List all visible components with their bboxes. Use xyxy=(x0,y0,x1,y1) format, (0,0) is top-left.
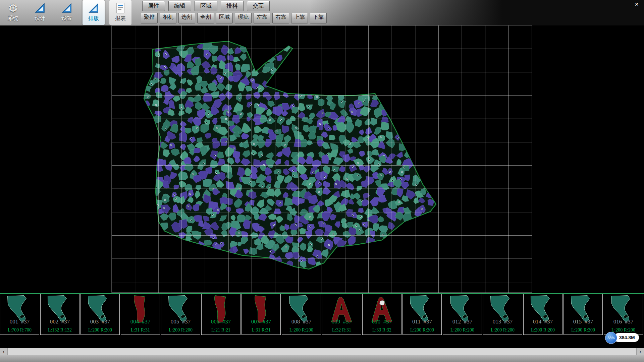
close-button[interactable]: ✕ xyxy=(632,1,641,8)
piece-lr-count: L:200 R:200 xyxy=(161,327,200,333)
app-tab-layout[interactable]: 排版 xyxy=(83,0,105,25)
tool-button-cluster-nest[interactable]: 聚排 xyxy=(141,13,158,23)
piece-label: 006_#37 xyxy=(202,318,240,325)
nesting-canvas[interactable] xyxy=(0,25,644,293)
app-tab-label: 报表 xyxy=(115,15,126,22)
menu-tab-bar: 属性编辑区域排料交互 xyxy=(142,1,273,11)
piece-thumbnail[interactable]: 015_#37L:200 R:200 xyxy=(564,294,603,335)
menu-tab-region[interactable]: 区域 xyxy=(195,1,217,11)
piece-lr-count: L:200 R:200 xyxy=(524,327,562,333)
progress-badge: 384.8M 38% xyxy=(605,332,639,344)
piece-lr-count: L:200 R:200 xyxy=(483,327,522,333)
app-tab-design[interactable]: 设计 xyxy=(29,0,51,25)
piece-lr-count: L:200 R:200 xyxy=(564,327,602,333)
scroll-right-arrow[interactable]: › xyxy=(636,348,644,355)
piece-label: 012_#37 xyxy=(443,318,482,325)
menu-tab-edit[interactable]: 编辑 xyxy=(168,1,191,11)
tool-button-full-cut[interactable]: 全割 xyxy=(197,13,214,23)
piece-thumbnail-strip: 001_#37L:700 R:700002_#37L:132 R:132003_… xyxy=(0,293,644,336)
piece-thumbnail[interactable]: 014_#37L:200 R:200 xyxy=(523,294,562,335)
horizontal-scrollbar[interactable]: ‹ › xyxy=(0,348,644,355)
piece-thumbnail[interactable]: 013_#37L:200 R:200 xyxy=(483,294,522,335)
menu-tab-nesting[interactable]: 排料 xyxy=(221,1,244,11)
app-tab-settings[interactable]: 设置 xyxy=(56,0,78,25)
tool-button-align-left[interactable]: 左靠 xyxy=(254,13,270,23)
tool-button-select-cut[interactable]: 选割 xyxy=(178,13,195,23)
piece-label: 014_#37 xyxy=(524,318,562,325)
bottom-status-bar xyxy=(0,355,644,362)
tool-button-align-bottom[interactable]: 下靠 xyxy=(310,13,327,23)
piece-thumbnail[interactable]: 004_#37L:31 R:31 xyxy=(121,294,160,335)
scroll-left-arrow[interactable]: ‹ xyxy=(0,348,8,355)
piece-lr-count: L:31 R:31 xyxy=(242,327,280,333)
tool-button-camera[interactable]: 相机 xyxy=(160,13,176,23)
nesting-canvas-svg xyxy=(0,25,644,293)
piece-label: 008_#37 xyxy=(282,318,321,325)
set-square-icon xyxy=(88,1,99,15)
toolbar: ⚙系统设计设置排版报表 属性编辑区域排料交互 聚排相机选割全割区域瑕疵左靠右靠上… xyxy=(0,0,644,25)
set-square-icon xyxy=(34,1,46,15)
app-tab-label: 设计 xyxy=(35,15,45,22)
tool-button-align-right[interactable]: 右靠 xyxy=(272,13,289,23)
piece-thumbnail[interactable]: 003_#37L:200 R:200 xyxy=(80,294,120,335)
piece-label: 002_#37 xyxy=(41,318,79,325)
piece-thumbnail[interactable]: 012_#37L:200 R:200 xyxy=(443,294,482,335)
piece-label: 001_#37 xyxy=(0,318,39,325)
menu-tab-interaction[interactable]: 交互 xyxy=(247,1,270,11)
piece-lr-count: L:33 R:32 xyxy=(363,327,401,333)
piece-label: 003_#37 xyxy=(81,318,119,325)
piece-label: 015_#37 xyxy=(564,318,602,325)
piece-lr-count: L:200 R:200 xyxy=(403,327,441,333)
piece-lr-count: L:200 R:200 xyxy=(443,327,482,333)
piece-lr-count: L:31 R:31 xyxy=(121,327,160,333)
piece-thumbnail[interactable]: 006_#37L:21 R:21 xyxy=(201,294,240,335)
menu-tab-property[interactable]: 属性 xyxy=(142,1,165,11)
app-tab-label: 设置 xyxy=(61,15,72,22)
set-square-icon xyxy=(61,1,72,15)
piece-label: 007_#37 xyxy=(242,318,280,325)
progress-percent-badge: 38% xyxy=(605,332,617,344)
piece-lr-count: L:132 R:132 xyxy=(41,327,79,333)
minimize-button[interactable]: — xyxy=(623,1,632,8)
piece-label: 005_#37 xyxy=(161,318,200,325)
piece-thumbnail[interactable]: 009_#37L:32 R:31 xyxy=(322,294,361,335)
piece-lr-count: L:21 R:21 xyxy=(202,327,240,333)
app-tab-label: 排版 xyxy=(88,15,99,22)
piece-lr-count: L:200 R:200 xyxy=(81,327,119,333)
piece-thumbnail[interactable]: 001_#37L:700 R:700 xyxy=(0,294,39,335)
piece-label: 011_#37 xyxy=(403,318,441,325)
piece-label: 009_#37 xyxy=(322,318,361,325)
nesting-app-window: ⚙系统设计设置排版报表 属性编辑区域排料交互 聚排相机选割全割区域瑕疵左靠右靠上… xyxy=(0,0,644,362)
piece-thumbnail[interactable]: 008_#37L:200 R:200 xyxy=(282,294,321,335)
app-tab-report[interactable]: 报表 xyxy=(109,0,131,25)
piece-lr-count: L:700 R:700 xyxy=(0,327,39,333)
app-tab-bar: ⚙系统设计设置排版报表 xyxy=(2,0,136,25)
piece-lr-count: L:32 R:31 xyxy=(322,327,361,333)
scrollbar-thumb[interactable] xyxy=(7,348,637,355)
report-icon xyxy=(115,1,125,15)
piece-thumbnail[interactable]: 010_#37L:33 R:32 xyxy=(362,294,401,335)
piece-label: 013_#37 xyxy=(483,318,522,325)
piece-thumbnail[interactable]: 002_#37L:132 R:132 xyxy=(40,294,79,335)
memory-usage-label: 384.8M xyxy=(614,333,639,342)
tool-button-bar: 聚排相机选割全割区域瑕疵左靠右靠上靠下靠 xyxy=(141,13,329,23)
gear-icon: ⚙ xyxy=(8,1,18,15)
tool-button-region[interactable]: 区域 xyxy=(216,13,233,23)
app-tab-label: 系统 xyxy=(8,15,18,22)
tool-button-align-top[interactable]: 上靠 xyxy=(291,13,308,23)
piece-thumbnail[interactable]: 005_#37L:200 R:200 xyxy=(161,294,200,335)
piece-thumbnail[interactable]: 007_#37L:31 R:31 xyxy=(241,294,281,335)
status-row xyxy=(0,336,644,348)
window-controls: — ✕ xyxy=(623,1,641,8)
piece-label: 016_#37 xyxy=(604,318,643,325)
piece-thumbnail[interactable]: 016_#37L:200 R:200 xyxy=(604,294,643,335)
piece-label: 004_#37 xyxy=(121,318,160,325)
tool-button-defect[interactable]: 瑕疵 xyxy=(235,13,252,23)
piece-lr-count: L:200 R:200 xyxy=(282,327,321,333)
app-tab-system[interactable]: ⚙系统 xyxy=(2,0,24,25)
piece-label: 010_#37 xyxy=(363,318,401,325)
piece-thumbnail[interactable]: 011_#37L:200 R:200 xyxy=(402,294,442,335)
